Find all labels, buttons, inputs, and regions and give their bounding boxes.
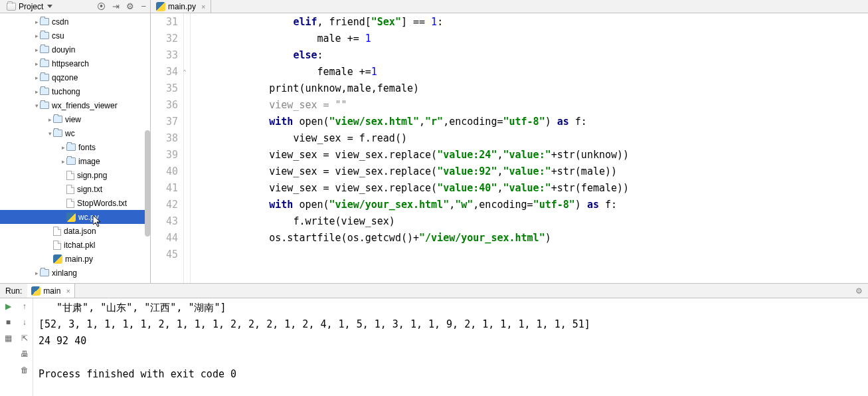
folder-icon bbox=[40, 60, 49, 67]
tree-item-wc[interactable]: ▾wc bbox=[0, 126, 150, 140]
file-icon bbox=[53, 241, 61, 250]
chevron-icon[interactable]: ▸ bbox=[60, 144, 66, 151]
tree-item-data-json[interactable]: data.json bbox=[0, 224, 150, 238]
tree-label: view bbox=[65, 115, 81, 124]
file-icon bbox=[66, 185, 74, 194]
scrollbar-thumb[interactable] bbox=[145, 130, 150, 237]
folder-icon bbox=[40, 18, 49, 25]
chevron-icon[interactable]: ▾ bbox=[33, 102, 40, 109]
python-icon bbox=[156, 2, 165, 11]
tree-item-douyin[interactable]: ▸douyin bbox=[0, 43, 150, 56]
python-icon bbox=[53, 254, 62, 264]
fold-column: ⌃ bbox=[184, 13, 191, 283]
layout-button[interactable]: ▦ bbox=[3, 333, 13, 344]
folder-icon bbox=[40, 46, 49, 53]
tree-item-StopWords-txt[interactable]: StopWords.txt bbox=[0, 196, 150, 210]
tree-label: fonts bbox=[78, 143, 96, 152]
tab-filename: main.py bbox=[168, 2, 196, 11]
gear-icon[interactable]: ⚙ bbox=[850, 286, 868, 296]
folder-icon bbox=[66, 144, 76, 151]
tree-label: sign.txt bbox=[77, 185, 102, 194]
tree-item-image[interactable]: ▸image bbox=[0, 154, 150, 168]
project-toolbar-icons: ⦿ ⇥ ⚙ − bbox=[97, 1, 146, 11]
close-icon[interactable]: × bbox=[66, 287, 70, 295]
export-button[interactable]: ⇱ bbox=[19, 333, 30, 344]
tree-item-view[interactable]: ▸view bbox=[0, 112, 150, 126]
tree-item-csdn[interactable]: ▸csdn bbox=[0, 15, 150, 29]
folder-icon bbox=[53, 116, 62, 123]
tree-item-tuchong[interactable]: ▸tuchong bbox=[0, 84, 150, 98]
tree-label: sign.png bbox=[77, 171, 107, 180]
tree-label: douyin bbox=[52, 45, 75, 54]
editor-tab-main[interactable]: main.py × bbox=[151, 0, 211, 13]
tree-item-sign-txt[interactable]: sign.txt bbox=[0, 182, 150, 196]
chevron-icon[interactable]: ▸ bbox=[33, 33, 40, 39]
tree-item-itchat-pkl[interactable]: itchat.pkl bbox=[0, 238, 150, 252]
tree-label: csdn bbox=[52, 17, 68, 27]
folder-icon bbox=[40, 269, 49, 276]
run-button[interactable]: ▶ bbox=[3, 301, 13, 312]
tree-item-main-py[interactable]: main.py bbox=[0, 252, 150, 266]
chevron-icon[interactable]: ▸ bbox=[46, 116, 53, 123]
chevron-icon[interactable]: ▸ bbox=[60, 158, 66, 165]
chevron-icon[interactable]: ▸ bbox=[33, 60, 40, 67]
gear-icon[interactable]: ⚙ bbox=[126, 1, 134, 11]
run-label: Run: bbox=[0, 286, 27, 296]
tree-item-wc-py[interactable]: wc.py bbox=[0, 210, 150, 224]
code-content[interactable]: elif, friend["Sex"] == 1: male += 1 else… bbox=[191, 13, 629, 283]
down-button[interactable]: ↓ bbox=[19, 317, 30, 328]
project-dropdown[interactable]: Project bbox=[4, 2, 55, 11]
code-editor[interactable]: 313233343536373839404142434445 ⌃ elif, f… bbox=[151, 13, 868, 283]
project-panel-header: Project ⦿ ⇥ ⚙ − bbox=[0, 0, 151, 13]
main-area: ▸csdn▸csu▸douyin▸httpsearch▸qqzone▸tucho… bbox=[0, 13, 868, 283]
project-label: Project bbox=[19, 2, 43, 11]
file-icon bbox=[53, 227, 61, 236]
python-icon bbox=[66, 213, 76, 222]
hide-icon[interactable]: − bbox=[141, 1, 146, 11]
tree-item-xinlang[interactable]: ▸xinlang bbox=[0, 266, 150, 280]
tree-label: qqzone bbox=[52, 73, 78, 82]
tree-item-sign-png[interactable]: sign.png bbox=[0, 168, 150, 182]
chevron-icon[interactable]: ▸ bbox=[33, 19, 40, 25]
project-tree[interactable]: ▸csdn▸csu▸douyin▸httpsearch▸qqzone▸tucho… bbox=[0, 13, 151, 283]
folder-icon bbox=[40, 74, 49, 81]
chevron-icon[interactable]: ▸ bbox=[33, 88, 40, 95]
up-button[interactable]: ↑ bbox=[19, 301, 30, 312]
tree-item-wx_friends_viewer[interactable]: ▾wx_friends_viewer bbox=[0, 98, 150, 112]
run-tab-bar: Run: main × ⚙ bbox=[0, 284, 868, 298]
tree-item-csu[interactable]: ▸csu bbox=[0, 29, 150, 43]
run-tab-main[interactable]: main × bbox=[27, 284, 74, 298]
chevron-icon[interactable]: ▸ bbox=[33, 74, 40, 81]
console-output[interactable]: "甘肃", "山东", "江西", "湖南"] [52, 3, 1, 1, 1,… bbox=[33, 298, 868, 396]
chevron-icon[interactable]: ▸ bbox=[33, 270, 40, 276]
chevron-icon[interactable]: ▸ bbox=[33, 47, 40, 53]
chevron-down-icon bbox=[47, 5, 52, 8]
file-icon bbox=[66, 171, 74, 180]
print-button[interactable]: 🖶 bbox=[19, 349, 30, 359]
close-icon[interactable]: × bbox=[201, 3, 205, 11]
tree-item-qqzone[interactable]: ▸qqzone bbox=[0, 70, 150, 84]
chevron-icon[interactable]: ▾ bbox=[46, 130, 53, 137]
tree-item-httpsearch[interactable]: ▸httpsearch bbox=[0, 56, 150, 70]
folder-icon bbox=[40, 102, 49, 109]
folder-icon bbox=[53, 130, 62, 137]
top-toolbar: Project ⦿ ⇥ ⚙ − main.py × bbox=[0, 0, 868, 13]
tree-label: wc.py bbox=[78, 213, 99, 222]
stop-button[interactable]: ■ bbox=[3, 317, 13, 328]
trash-button[interactable]: 🗑 bbox=[19, 365, 30, 375]
run-tab-label: main bbox=[43, 286, 60, 296]
tree-label: image bbox=[78, 157, 100, 166]
folder-icon bbox=[40, 88, 49, 95]
tree-label: xinlang bbox=[52, 268, 77, 278]
tree-label: wx_friends_viewer bbox=[52, 101, 118, 110]
console-gutter: ▶ ■ ▦ ↑ ↓ ⇱ 🖶 🗑 bbox=[0, 298, 33, 396]
tree-label: itchat.pkl bbox=[64, 241, 95, 250]
locate-icon[interactable]: ⦿ bbox=[97, 1, 106, 11]
collapse-icon[interactable]: ⇥ bbox=[112, 1, 120, 11]
tree-label: StopWords.txt bbox=[77, 199, 127, 208]
tree-item-fonts[interactable]: ▸fonts bbox=[0, 140, 150, 154]
tree-label: data.json bbox=[64, 227, 96, 236]
console-row: ▶ ■ ▦ ↑ ↓ ⇱ 🖶 🗑 "甘肃", "山东", "江西", "湖南"] … bbox=[0, 298, 868, 396]
tree-label: main.py bbox=[65, 254, 93, 264]
run-panel: Run: main × ⚙ ▶ ■ ▦ ↑ ↓ ⇱ 🖶 🗑 "甘肃", "山东"… bbox=[0, 283, 868, 396]
